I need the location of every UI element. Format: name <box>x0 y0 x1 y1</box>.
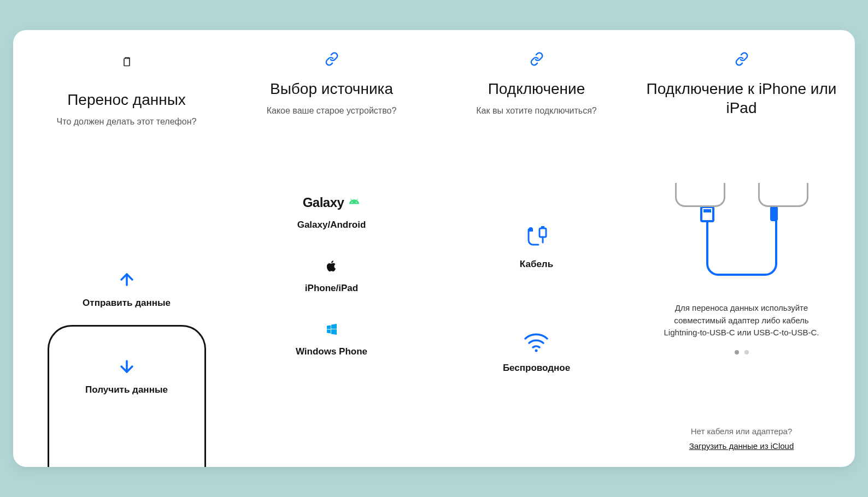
col1-body: Отправить данные Получить данные <box>31 270 222 467</box>
wireless-label: Беспроводное <box>503 363 570 374</box>
cable-icon <box>523 226 549 252</box>
source-galaxy-android[interactable]: Galaxy Galaxy/Android <box>297 193 366 230</box>
send-option[interactable]: Отправить данные <box>83 270 171 325</box>
receive-option[interactable]: Получить данные <box>48 325 206 467</box>
svg-point-2 <box>535 350 538 352</box>
col1-subtitle: Что должен делать этот телефон? <box>31 116 222 128</box>
col2-body: Galaxy Galaxy/Android iPhone/iPad Window… <box>296 193 367 357</box>
main-card: Перенос данных Что должен делать этот те… <box>13 30 855 467</box>
svg-rect-3 <box>701 207 713 221</box>
receive-label: Получить данные <box>85 384 168 395</box>
device-slot-left <box>675 183 725 207</box>
link-icon <box>325 52 339 66</box>
source-label-iphone: iPhone/iPad <box>305 283 358 294</box>
col4-title: Подключение к iPhone или iPad <box>646 79 837 117</box>
apple-icon <box>325 257 338 275</box>
device-slot-right <box>758 183 808 207</box>
col3-header: Подключение Как вы хотите подключиться? <box>441 79 632 117</box>
svg-rect-5 <box>770 206 778 221</box>
galaxy-wordmark: Galaxy <box>303 195 344 210</box>
col3-title: Подключение <box>441 79 632 98</box>
windows-icon <box>325 320 338 339</box>
col-transfer: Перенос данных Что должен делать этот те… <box>24 52 229 467</box>
page-dots <box>735 350 749 354</box>
cable-illustration-icon <box>682 207 802 283</box>
svg-rect-1 <box>541 226 544 229</box>
svg-rect-0 <box>539 228 546 237</box>
col-iphone-connect: Подключение к iPhone или iPad Для перено… <box>639 52 844 467</box>
col2-header: Выбор источника Какое ваше старое устрой… <box>236 79 427 117</box>
icloud-link[interactable]: Загрузить данные из iCloud <box>689 441 794 451</box>
wifi-icon <box>523 330 549 356</box>
col4-body: Для переноса данных используйте совмести… <box>646 183 837 354</box>
android-icon <box>348 196 360 210</box>
connection-cable[interactable]: Кабель <box>520 226 553 270</box>
sd-card-icon[interactable] <box>121 56 132 69</box>
page-dot-2[interactable] <box>744 350 749 354</box>
col3-body: Кабель Беспроводное <box>503 226 570 374</box>
link-icon <box>530 52 544 66</box>
page-dot-1[interactable] <box>735 350 739 354</box>
col2-subtitle: Какое ваше старое устройство? <box>236 105 427 117</box>
instruction-text: Для переноса данных используйте совмести… <box>660 302 824 339</box>
device-illustration <box>675 183 808 207</box>
source-label-windows: Windows Phone <box>296 346 367 357</box>
col3-subtitle: Как вы хотите подключиться? <box>441 105 632 117</box>
link-icon <box>735 52 749 66</box>
send-label: Отправить данные <box>83 298 171 309</box>
source-windows-phone[interactable]: Windows Phone <box>296 320 367 357</box>
col-source: Выбор источника Какое ваше старое устрой… <box>229 52 434 467</box>
col-connection: Подключение Как вы хотите подключиться? … <box>434 52 639 467</box>
connection-wireless[interactable]: Беспроводное <box>503 330 570 374</box>
footer-question: Нет кабеля или адаптера? <box>689 427 794 436</box>
col1-header: Перенос данных Что должен делать этот те… <box>31 90 222 128</box>
galaxy-logo-row: Galaxy <box>303 193 361 212</box>
arrow-down-icon <box>118 357 136 378</box>
arrow-up-icon <box>118 281 136 291</box>
cable-label: Кабель <box>520 259 553 270</box>
col4-header: Подключение к iPhone или iPad <box>646 79 837 117</box>
col2-title: Выбор источника <box>236 79 427 98</box>
source-iphone-ipad[interactable]: iPhone/iPad <box>305 257 358 294</box>
col1-title: Перенос данных <box>31 90 222 109</box>
col4-footer: Нет кабеля или адаптера? Загрузить данны… <box>689 427 794 451</box>
svg-rect-4 <box>703 209 711 212</box>
source-label-galaxy: Galaxy/Android <box>297 220 366 230</box>
